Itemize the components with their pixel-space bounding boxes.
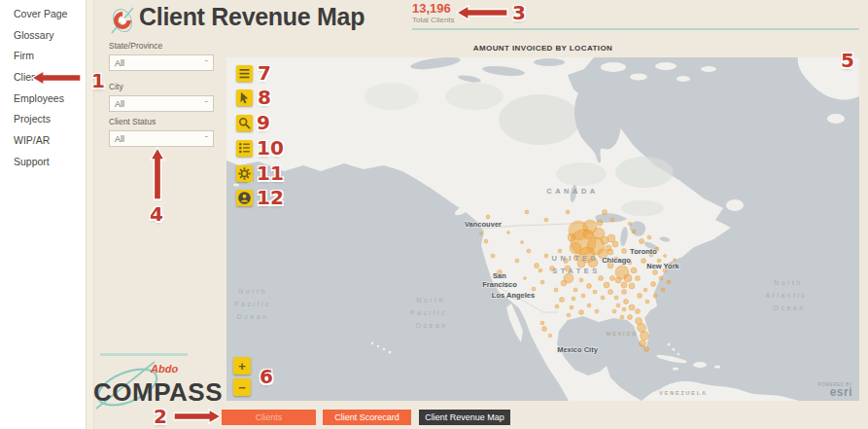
client-bubble <box>544 218 548 222</box>
client-bubble <box>628 222 632 226</box>
sidebar-item-cover-page[interactable]: Cover Page <box>0 3 86 24</box>
basemap-button[interactable] <box>236 190 253 206</box>
chevron-down-icon: ˆ <box>205 59 209 67</box>
annotation-number-4: 4 <box>150 202 163 226</box>
map-label-ocean: Ocean <box>415 322 447 329</box>
legend-button[interactable] <box>236 140 253 157</box>
client-bubble <box>525 210 529 214</box>
city-select[interactable]: All ˆ <box>109 95 214 112</box>
client-bubble <box>641 332 649 340</box>
client-bubble <box>664 255 667 258</box>
client-bubble <box>638 294 642 299</box>
client-bubble <box>653 270 658 275</box>
page-tab-clients[interactable]: Clients <box>222 410 316 425</box>
client-bubble <box>560 298 565 303</box>
map-label-north: North <box>238 288 267 295</box>
client-bubble <box>621 282 627 288</box>
layers-button[interactable] <box>236 65 253 82</box>
amount-invoiced-map[interactable]: CANADAUNITEDSTATESMEXICOVENEZUELAVancouv… <box>226 57 859 401</box>
map-label-francisco: Francisco <box>482 280 517 289</box>
client-status-select[interactable]: All ˆ <box>109 130 214 147</box>
city-label: City <box>109 82 214 91</box>
client-bubble <box>570 305 573 309</box>
client-bubble <box>579 310 584 315</box>
filter-city: City All ˆ <box>109 82 214 112</box>
client-bubble <box>645 300 649 304</box>
client-bubble <box>644 347 649 352</box>
settings-button[interactable] <box>236 165 253 182</box>
page-tab-client-revenue-map[interactable]: Client Revenue Map <box>419 410 510 425</box>
map-label-ocean: Ocean <box>773 304 805 311</box>
client-bubble <box>599 276 604 281</box>
map-label-ocean: Ocean <box>236 313 268 320</box>
client-bubble <box>659 276 663 280</box>
client-bubble <box>636 309 641 314</box>
kpi-label: Total Clients <box>412 16 455 25</box>
client-bubble <box>640 239 644 244</box>
client-bubble <box>651 282 656 287</box>
client-bubble <box>521 241 524 244</box>
client-bubble <box>515 259 519 263</box>
client-bubble <box>629 304 635 310</box>
annotation-arrow-3 <box>457 6 507 19</box>
map-label-atlantic: Atlantic <box>766 292 808 299</box>
client-bubble <box>573 288 577 292</box>
client-bubble <box>647 235 651 239</box>
sidebar-item-clients[interactable]: Clients <box>0 66 86 88</box>
client-bubble <box>572 297 575 301</box>
map-label-pacific: Pacific <box>410 309 447 316</box>
basemap-icon <box>236 190 253 206</box>
search-button[interactable] <box>236 115 253 131</box>
select-button[interactable] <box>236 89 253 106</box>
state-province-select[interactable]: All ˆ <box>109 54 214 71</box>
sidebar-item-employees[interactable]: Employees <box>0 88 86 109</box>
client-bubble <box>538 268 542 272</box>
zoom-out-button[interactable]: − <box>233 378 251 396</box>
sidebar-item-glossary[interactable]: Glossary <box>0 24 86 46</box>
client-bubble <box>583 230 593 239</box>
client-bubble <box>612 309 616 313</box>
kpi-underline <box>412 28 859 30</box>
sidebar-item-wip-ar[interactable]: WIP/AR <box>0 129 86 151</box>
client-bubble <box>642 259 646 264</box>
client-bubble <box>524 277 527 280</box>
client-bubble <box>486 215 490 219</box>
map-label-mexico: MEXICO <box>607 331 639 337</box>
client-bubble <box>587 284 592 289</box>
zoom-in-button[interactable]: + <box>233 357 251 375</box>
map-label-north: North <box>416 297 445 304</box>
client-bubble <box>640 340 646 347</box>
compass-logo-icon <box>108 4 137 37</box>
search-icon <box>236 115 253 131</box>
client-bubble <box>610 218 614 222</box>
annotation-arrow-4 <box>151 148 164 199</box>
client-bubble <box>593 290 597 294</box>
state-province-value: All <box>115 58 124 68</box>
layers-icon <box>236 65 253 82</box>
client-bubble <box>622 290 627 295</box>
plus-icon: + <box>238 359 246 374</box>
esri-attribution: Powered by esri <box>817 382 852 398</box>
client-bubble <box>566 210 570 214</box>
client-bubble <box>540 321 544 325</box>
map-label-pacific: Pacific <box>234 301 271 307</box>
client-bubble <box>636 276 641 281</box>
client-bubble <box>597 220 603 226</box>
client-bubble <box>622 307 626 311</box>
map-label-chicago: Chicago <box>602 256 631 265</box>
client-bubble <box>507 232 510 234</box>
sidebar-item-projects[interactable]: Projects <box>0 108 86 129</box>
map-label-venezuela: VENEZUELA <box>659 390 708 396</box>
total-clients-kpi: 13,196 Total Clients <box>412 2 455 25</box>
brand-text: COMPASS <box>93 377 223 407</box>
client-bubble <box>624 274 632 282</box>
sidebar-item-support[interactable]: Support <box>0 151 86 172</box>
chevron-down-icon: ˆ <box>205 100 209 108</box>
client-bubble <box>561 280 567 286</box>
page-tab-client-scorecard[interactable]: Client Scorecard <box>323 410 411 425</box>
client-bubble <box>608 290 613 295</box>
sidebar-list: Cover PageGlossaryFirmClientsEmployeesPr… <box>0 0 86 172</box>
chevron-down-icon: ˆ <box>205 135 209 143</box>
sidebar-item-firm[interactable]: Firm <box>0 45 86 66</box>
client-bubble <box>622 249 627 254</box>
